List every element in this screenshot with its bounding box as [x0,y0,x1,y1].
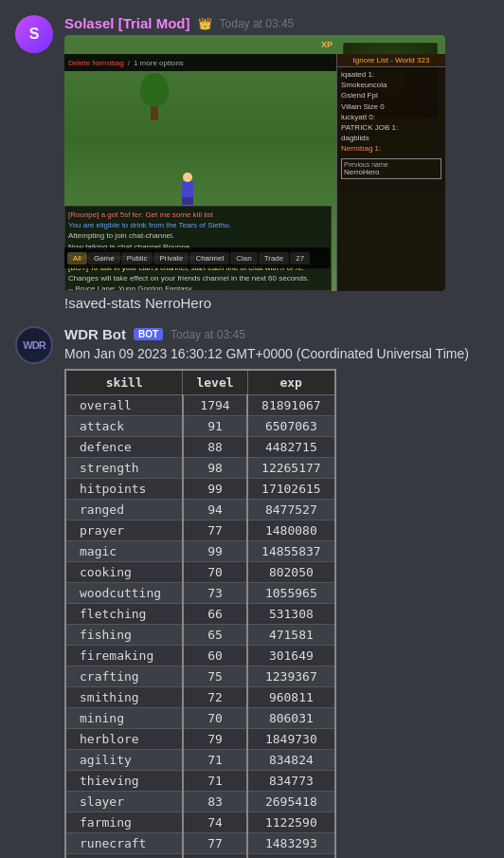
delete-bar[interactable]: Delete Nerrobag / 1 more options [64,54,336,71]
table-row: fishing65471581 [65,625,335,646]
tab-all[interactable]: All [67,252,87,265]
table-row: thieving71834773 [65,771,335,792]
timestamp-wdr: Today at 03:45 [171,328,245,341]
chat-line-1: [Rounpe] a got 5sf fer: Get me some kill… [68,210,328,220]
message-header-solasel: Solasel [Trial Mod] 👑 Today at 03:45 [64,15,489,31]
cell-skill-ranged: ranged [65,500,183,520]
ignore-item-6: PATRICK JOB 1: [341,122,441,133]
tab-trade[interactable]: Trade [259,252,290,265]
cell-level-overall: 1794 [183,395,247,416]
xp-label: XP [321,40,333,49]
table-row: attack916507063 [65,416,335,437]
message-wdr-bot: WDR WDR Bot BOT Today at 03:45 Mon Jan 0… [15,326,489,858]
cell-level-cooking: 70 [183,562,247,583]
cell-level-crafting: 75 [183,666,247,687]
cell-exp-herblore: 1849730 [247,729,335,750]
game-chat-tabs: All Game Public Private Channel Clan Tra… [64,247,330,268]
cell-skill-fletching: fletching [65,604,183,625]
cell-skill-overall: overall [65,395,183,416]
username-wdr: WDR Bot [64,326,126,342]
stats-table-wrapper: skill level exp overall179481891067attac… [64,369,489,858]
col-header-skill: skill [65,370,183,395]
delete-nerrobag-button[interactable]: Delete Nerrobag [68,59,124,67]
cell-skill-prayer: prayer [65,520,183,541]
tab-number[interactable]: 27 [290,252,310,265]
username-solasel: Solasel [Trial Mod] [64,15,190,31]
cell-skill-herblore: herblore [65,729,183,750]
cell-exp-cooking: 802050 [247,562,335,583]
cell-exp-smithing: 960811 [247,687,335,708]
ignore-item-4: Villain Size 0 [341,101,441,112]
more-options-link[interactable]: 1 more options [134,59,184,67]
cell-level-defence: 88 [183,437,247,458]
cell-level-hitpoints: 99 [183,479,247,500]
table-row: hunter71894342 [65,854,335,859]
cell-skill-agility: agility [65,750,183,771]
table-row: mining70806031 [65,708,335,729]
col-header-level: level [183,370,247,395]
command-text: !saved-stats NerroHero [64,295,489,311]
tab-game[interactable]: Game [88,252,120,265]
chat-line-7: Changes will take effect on your friends… [68,273,328,283]
cell-exp-runecraft: 1483293 [247,833,335,854]
ignore-item-1: iqaated 1: [341,69,441,80]
cell-level-woodcutting: 73 [183,583,247,604]
cell-skill-defence: defence [65,437,183,458]
prev-name-box: Previous name NerroHero [341,158,441,179]
cell-level-strength: 98 [183,458,247,479]
avatar-solasel: S [15,15,53,53]
ignore-list-header: Ignore List - World 323 [337,54,445,67]
tab-private[interactable]: Private [153,252,189,265]
crown-icon: 👑 [198,17,212,30]
ignore-item-2: Smokeuncola [341,80,441,90]
tree-top [140,73,169,106]
cell-level-magic: 99 [183,541,247,562]
tab-channel[interactable]: Channel [189,252,229,265]
cell-skill-runecraft: runecraft [65,833,183,854]
cell-exp-hunter: 894342 [247,854,335,859]
cell-level-firemaking: 60 [183,646,247,666]
cell-level-hunter: 71 [183,854,247,859]
cell-level-mining: 70 [183,708,247,729]
table-row: overall179481891067 [65,395,335,416]
cell-skill-crafting: crafting [65,666,183,687]
avatar-initial: S [29,26,40,43]
table-row: defence884482715 [65,437,335,458]
char-head [183,173,192,182]
cell-level-smithing: 72 [183,687,247,708]
cell-exp-attack: 6507063 [247,416,335,437]
game-character [178,173,197,201]
table-row: crafting751239367 [65,666,335,687]
cell-skill-strength: strength [65,458,183,479]
table-row: prayer771480080 [65,520,335,541]
cell-skill-cooking: cooking [65,562,183,583]
cell-level-prayer: 77 [183,520,247,541]
ignore-list: iqaated 1: Smokeuncola Gsiend Fpl Villai… [337,67,445,181]
cell-exp-mining: 806031 [247,708,335,729]
message-solasel: S Solasel [Trial Mod] 👑 Today at 03:45 X… [15,15,489,311]
cell-exp-hitpoints: 17102615 [247,479,335,500]
message-content-wdr: WDR Bot BOT Today at 03:45 Mon Jan 09 20… [64,326,489,858]
message-header-wdr: WDR Bot BOT Today at 03:45 [64,326,489,342]
prev-name-label: Previous name [344,161,439,168]
cell-exp-agility: 834824 [247,750,335,771]
cell-exp-crafting: 1239367 [247,666,335,687]
table-row: strength9812265177 [65,458,335,479]
table-row: woodcutting731055965 [65,583,335,604]
table-row: magic9914855837 [65,541,335,562]
cell-level-slayer: 83 [183,792,247,812]
cell-level-thieving: 71 [183,771,247,792]
ignore-item-3: Gsiend Fpl [341,90,441,100]
ignore-item-8: Nerrobag 1: [341,143,441,154]
tab-clan[interactable]: Clan [230,252,257,265]
chat-line-3: Attempting to join chat-channel. [68,230,328,241]
table-row: slayer832695418 [65,792,335,812]
cell-skill-slayer: slayer [65,792,183,812]
cell-skill-hitpoints: hitpoints [65,479,183,500]
cell-exp-fishing: 471581 [247,625,335,646]
cell-exp-slayer: 2695418 [247,792,335,812]
datetime-text: Mon Jan 09 2023 16:30:12 GMT+0000 (Coord… [64,346,489,361]
tab-public[interactable]: Public [121,252,153,265]
cell-exp-strength: 12265177 [247,458,335,479]
game-background: XP Delete Nerrobag / 1 more options [64,35,445,291]
